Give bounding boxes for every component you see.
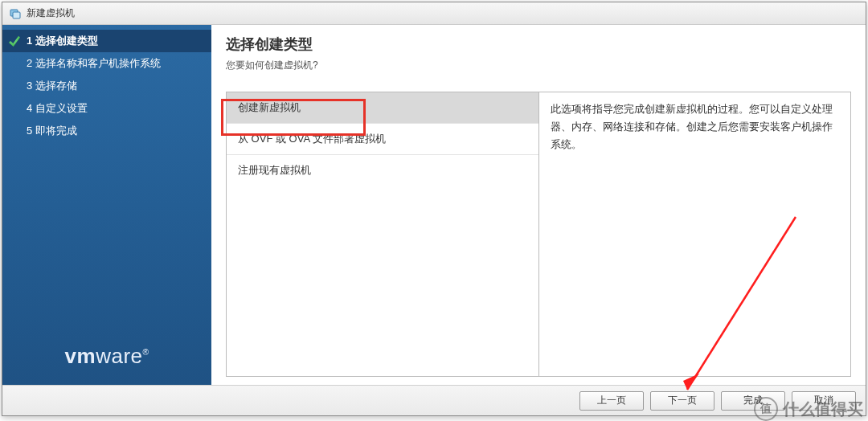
content-row: 创建新虚拟机 从 OVF 或 OVA 文件部署虚拟机 注册现有虚拟机 此选项将指…: [211, 79, 866, 385]
wizard-body: 1 选择创建类型 2 选择名称和客户机操作系统 3 选择存储 4 自定义设置 5: [2, 25, 866, 385]
logo-ware: ware: [96, 344, 142, 368]
wizard-footer: 上一页 下一页 完成 取消: [2, 385, 866, 415]
page-subtitle: 您要如何创建虚拟机?: [226, 59, 851, 72]
vm-wizard-icon: [9, 7, 22, 20]
option-label: 从 OVF 或 OVA 文件部署虚拟机: [238, 133, 386, 145]
step-label: 选择名称和客户机操作系统: [35, 57, 161, 69]
step-ready-to-complete[interactable]: 5 即将完成: [2, 120, 211, 142]
step-num: 5: [27, 125, 32, 137]
step-select-creation-type[interactable]: 1 选择创建类型: [2, 30, 211, 52]
vmware-logo: vmware®: [2, 344, 211, 369]
step-num: 1: [27, 35, 32, 47]
step-num: 4: [27, 102, 32, 114]
option-deploy-from-ovf-ova[interactable]: 从 OVF 或 OVA 文件部署虚拟机: [227, 124, 538, 155]
svg-rect-1: [13, 12, 20, 18]
window-title: 新建虚拟机: [27, 6, 75, 20]
cancel-button[interactable]: 取消: [792, 391, 856, 411]
step-list: 1 选择创建类型 2 选择名称和客户机操作系统 3 选择存储 4 自定义设置 5: [2, 25, 211, 142]
step-num: 3: [27, 80, 32, 92]
step-label: 选择创建类型: [35, 35, 98, 47]
sidebar: 1 选择创建类型 2 选择名称和客户机操作系统 3 选择存储 4 自定义设置 5: [2, 25, 211, 385]
logo-vm: vm: [65, 344, 96, 368]
option-label: 注册现有虚拟机: [238, 164, 311, 176]
wizard-window: 新建虚拟机 1 选择创建类型 2 选择名称和客户机操作系统 3 选择存储 4: [2, 2, 866, 416]
prev-button[interactable]: 上一页: [579, 391, 644, 411]
option-description: 此选项将指导您完成创建新虚拟机的过程。您可以自定义处理器、内存、网络连接和存储。…: [539, 92, 851, 377]
step-label: 自定义设置: [35, 102, 88, 114]
option-register-existing-vm[interactable]: 注册现有虚拟机: [227, 155, 538, 186]
step-label: 选择存储: [35, 80, 77, 92]
next-button[interactable]: 下一页: [650, 391, 714, 411]
step-customize-settings[interactable]: 4 自定义设置: [2, 97, 211, 120]
page-title: 选择创建类型: [226, 35, 851, 54]
creation-type-options: 创建新虚拟机 从 OVF 或 OVA 文件部署虚拟机 注册现有虚拟机: [226, 92, 539, 377]
titlebar: 新建虚拟机: [2, 2, 866, 25]
main-header: 选择创建类型 您要如何创建虚拟机?: [211, 25, 866, 79]
step-num: 2: [27, 57, 32, 69]
step-name-and-guest-os[interactable]: 2 选择名称和客户机操作系统: [2, 52, 211, 75]
step-select-storage[interactable]: 3 选择存储: [2, 75, 211, 97]
option-label: 创建新虚拟机: [238, 101, 301, 113]
option-create-new-vm[interactable]: 创建新虚拟机: [227, 92, 538, 124]
step-label: 即将完成: [35, 125, 77, 137]
logo-reg: ®: [143, 348, 149, 357]
main-panel: 选择创建类型 您要如何创建虚拟机? 创建新虚拟机 从 OVF 或 OVA 文件部…: [211, 25, 866, 385]
finish-button[interactable]: 完成: [721, 391, 785, 411]
